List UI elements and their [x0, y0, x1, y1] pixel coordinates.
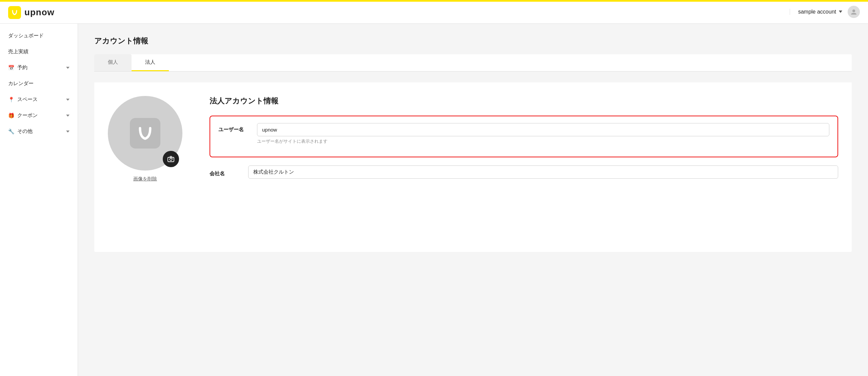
main-content: アカウント情報 個人 法人 — [78, 24, 868, 376]
space-label: スペース — [17, 96, 38, 103]
sidebar-item-coupon[interactable]: 🎁 クーポン — [0, 107, 78, 123]
sidebar-item-calendar-inner: カレンダー — [8, 80, 34, 87]
sidebar-item-calendar[interactable]: カレンダー — [0, 76, 78, 92]
sidebar-item-space[interactable]: 📍 スペース — [0, 92, 78, 107]
account-name: sample account — [798, 9, 836, 15]
calendar-icon: 📅 — [8, 65, 15, 71]
profile-section: + 画像を削除 法人アカウント情報 ユーザー名 ユーザー名がサイトに表示されます — [94, 82, 852, 252]
space-chevron-icon — [66, 99, 70, 101]
sidebar-item-dashboard-inner: ダッシュボード — [8, 33, 44, 39]
user-avatar-header[interactable] — [848, 6, 860, 18]
form-section-title: 法人アカウント情報 — [210, 96, 838, 106]
reservation-chevron-icon — [66, 67, 70, 69]
accent-bar — [0, 0, 868, 2]
account-section[interactable]: sample account — [790, 9, 842, 15]
svg-point-3 — [172, 158, 173, 159]
camera-button[interactable]: + — [163, 151, 179, 167]
username-label: ユーザー名 — [218, 123, 249, 133]
other-chevron-icon — [66, 131, 70, 133]
reservation-label: 予約 — [17, 64, 27, 71]
sidebar-item-space-inner: 📍 スペース — [8, 96, 38, 103]
tab-personal[interactable]: 個人 — [94, 54, 132, 71]
company-label: 会社名 — [210, 167, 240, 177]
sidebar-item-dashboard[interactable]: ダッシュボード — [0, 28, 78, 44]
logo-icon — [8, 6, 21, 19]
tabs: 個人 法人 — [94, 54, 852, 72]
username-field-wrap: ユーザー名がサイトに表示されます — [257, 123, 829, 144]
header-right: sample account — [790, 6, 860, 18]
delete-image-link[interactable]: 画像を削除 — [133, 176, 157, 182]
username-row: ユーザー名 ユーザー名がサイトに表示されます — [218, 123, 829, 144]
gift-icon: 🎁 — [8, 113, 15, 119]
company-field-wrap — [248, 165, 838, 179]
svg-point-2 — [170, 158, 172, 161]
page-title: アカウント情報 — [94, 36, 852, 46]
sidebar-item-other[interactable]: 🔧 その他 — [0, 123, 78, 139]
top-bar: upnow sample account — [0, 0, 868, 24]
coupon-label: クーポン — [17, 112, 38, 119]
company-row: 会社名 — [210, 165, 838, 179]
logo-area: upnow — [8, 6, 55, 19]
username-hint: ユーザー名がサイトに表示されます — [257, 138, 829, 144]
company-input[interactable] — [248, 165, 838, 179]
avatar-area: + 画像を削除 — [108, 96, 182, 182]
sidebar-item-reservation[interactable]: 📅 予約 — [0, 60, 78, 76]
calendar-label: カレンダー — [8, 80, 34, 87]
sidebar: ダッシュボード 売上実績 📅 予約 カレンダー 📍 スペース — [0, 24, 78, 376]
tab-corporate[interactable]: 法人 — [132, 54, 169, 71]
sidebar-item-sales[interactable]: 売上実績 — [0, 44, 78, 60]
other-label: その他 — [17, 128, 33, 135]
layout: ダッシュボード 売上実績 📅 予約 カレンダー 📍 スペース — [0, 24, 868, 376]
dashboard-label: ダッシュボード — [8, 33, 44, 39]
username-input[interactable] — [257, 123, 829, 136]
avatar-logo — [130, 118, 160, 149]
sidebar-item-other-inner: 🔧 その他 — [8, 128, 33, 135]
sidebar-item-reservation-inner: 📅 予約 — [8, 64, 27, 71]
sales-label: 売上実績 — [8, 48, 28, 55]
account-chevron-down-icon — [839, 11, 842, 13]
coupon-chevron-icon — [66, 115, 70, 117]
svg-text:+: + — [171, 157, 172, 159]
sidebar-item-coupon-inner: 🎁 クーポン — [8, 112, 38, 119]
sidebar-item-sales-inner: 売上実績 — [8, 48, 28, 55]
wrench-icon: 🔧 — [8, 128, 15, 135]
svg-point-0 — [852, 9, 855, 12]
pin-icon: 📍 — [8, 97, 15, 103]
form-area: 法人アカウント情報 ユーザー名 ユーザー名がサイトに表示されます 会社名 — [210, 96, 838, 185]
username-highlight-box: ユーザー名 ユーザー名がサイトに表示されます — [210, 116, 838, 157]
logo-text: upnow — [24, 7, 55, 18]
avatar-circle: + — [108, 96, 182, 171]
